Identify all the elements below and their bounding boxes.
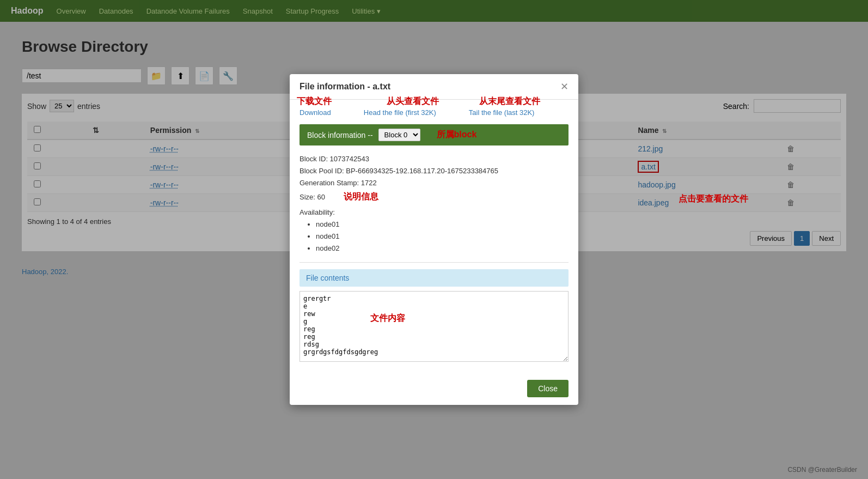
annotation-info: 说明信息 [344,192,378,201]
block-select[interactable]: Block 0 [378,129,420,141]
modal-backdrop: File information - a.txt ✕ Download Head… [0,0,868,479]
close-button[interactable]: Close [527,380,569,397]
annotation-click-hint: 点击要查看的文件 [678,193,748,205]
modal-body: Download Head the file (first 32K) Tail … [290,100,578,372]
divider [299,262,569,263]
block-pool-id: Block Pool ID: BP-666934325-192.168.117.… [299,165,569,177]
file-contents-textarea[interactable] [299,291,569,362]
annotation-download: 下载文件 [297,96,332,107]
size: Size: 60 [299,193,325,201]
annotation-contents: 文件内容 [370,313,405,324]
modal-title: File information - a.txt [299,82,390,92]
availability-list: node01 node01 node02 [316,219,569,254]
node-2: node01 [316,231,569,242]
availability-label: Availability: [299,207,569,219]
annotation-head: 从头查看文件 [387,96,439,107]
file-contents-header: File contents [299,269,569,287]
annotation-block: 所属block [437,129,477,141]
annotation-tail: 从末尾查看文件 [479,96,540,107]
file-info-modal: File information - a.txt ✕ Download Head… [290,74,578,405]
node-1: node01 [316,219,569,231]
file-contents-container: 文件内容 [299,291,569,363]
block-info-prefix: Block information -- [307,131,373,140]
tail-file-link[interactable]: Tail the file (last 32K) [469,108,535,117]
block-details: Block ID: 1073742543 Block Pool ID: BP-6… [299,153,569,254]
head-file-link[interactable]: Head the file (first 32K) [364,108,436,117]
generation-stamp: Generation Stamp: 1722 [299,177,569,189]
action-links: Download Head the file (first 32K) Tail … [299,108,569,117]
node-3: node02 [316,242,569,254]
block-info-bar: Block information -- Block 0 所属block [299,124,569,145]
block-id: Block ID: 1073742543 [299,153,569,165]
modal-close-button[interactable]: ✕ [560,82,569,92]
download-link[interactable]: Download [299,108,331,117]
modal-footer: Close [290,372,578,405]
